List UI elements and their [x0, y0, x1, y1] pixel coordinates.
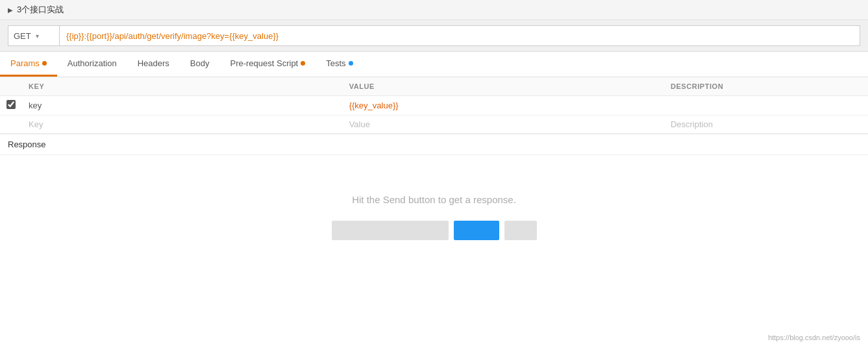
tab-headers[interactable]: Headers	[127, 52, 180, 77]
tab-body[interactable]: Body	[180, 52, 220, 77]
table-header-row: KEY VALUE DESCRIPTION	[0, 77, 868, 96]
response-message: Hit the Send button to get a response.	[352, 194, 516, 205]
placeholder-row: Key Value Description	[0, 116, 868, 134]
response-placeholder-button-2[interactable]	[504, 221, 537, 240]
method-dropdown[interactable]: GET ▾	[8, 25, 60, 46]
tab-body-label: Body	[190, 58, 210, 68]
collapse-arrow-icon[interactable]: ▶	[8, 6, 13, 14]
tab-pre-request-script[interactable]: Pre-request Script	[219, 52, 316, 77]
placeholder-value-cell[interactable]: Value	[343, 116, 664, 134]
tab-params-label: Params	[10, 58, 40, 68]
tabs-bar: Params Authorization Headers Body Pre-re…	[0, 52, 868, 77]
pre-request-dot	[301, 61, 305, 66]
params-dot	[42, 61, 47, 66]
tab-headers-label: Headers	[138, 58, 169, 68]
method-arrow-icon: ▾	[36, 32, 54, 40]
value-cell[interactable]: {{key_value}}	[343, 96, 664, 116]
response-header: Response	[0, 134, 868, 155]
response-buttons	[332, 221, 537, 240]
url-bar: GET ▾	[0, 20, 868, 52]
value-text: {{key_value}}	[349, 101, 399, 110]
response-placeholder-button-1[interactable]	[332, 221, 449, 240]
row-checkbox-cell[interactable]	[0, 96, 22, 116]
col-key-header: KEY	[22, 77, 343, 96]
top-bar-title: 3个接口实战	[17, 4, 64, 16]
col-desc-header: DESCRIPTION	[664, 77, 868, 96]
col-checkbox	[0, 77, 22, 96]
col-value-header: VALUE	[343, 77, 664, 96]
response-body: Hit the Send button to get a response.	[0, 155, 868, 266]
placeholder-value: Value	[349, 119, 370, 129]
placeholder-desc: Description	[671, 119, 713, 129]
placeholder-checkbox-cell	[0, 116, 22, 134]
params-table: KEY VALUE DESCRIPTION key {{key_value}}	[0, 77, 868, 134]
placeholder-key-cell[interactable]: Key	[22, 116, 343, 134]
tab-pre-request-label: Pre-request Script	[230, 58, 298, 68]
desc-cell[interactable]	[664, 96, 868, 116]
top-bar: ▶ 3个接口实战	[0, 0, 868, 20]
table-row: key {{key_value}}	[0, 96, 868, 116]
tests-dot	[349, 61, 353, 66]
tab-authorization-label: Authorization	[68, 58, 117, 68]
placeholder-desc-cell[interactable]: Description	[664, 116, 868, 134]
response-send-button[interactable]	[454, 221, 499, 240]
tab-authorization[interactable]: Authorization	[57, 52, 127, 77]
key-text: key	[29, 101, 42, 110]
key-cell[interactable]: key	[22, 96, 343, 116]
tab-tests-label: Tests	[326, 58, 345, 68]
row-checkbox[interactable]	[6, 100, 16, 109]
tab-params[interactable]: Params	[0, 52, 57, 77]
response-title: Response	[8, 140, 46, 149]
placeholder-key: Key	[29, 119, 43, 129]
url-input[interactable]	[60, 25, 860, 46]
tab-tests[interactable]: Tests	[316, 52, 363, 77]
method-label: GET	[14, 31, 32, 41]
